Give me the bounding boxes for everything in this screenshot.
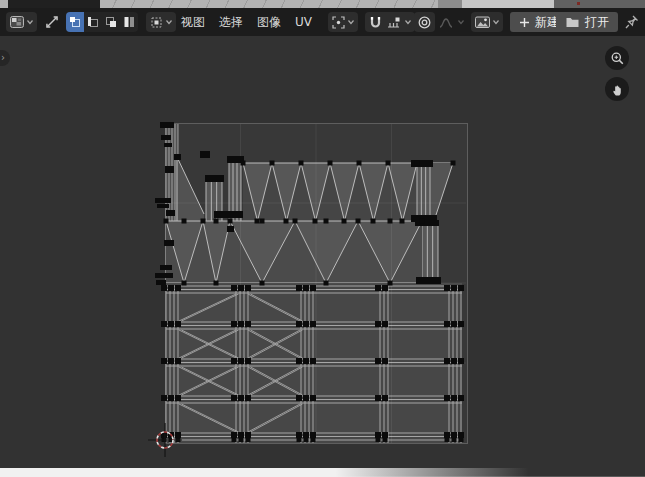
zoom-in-icon [610, 51, 625, 66]
uv-canvas[interactable]: › [0, 36, 645, 468]
snap-group [365, 12, 415, 32]
uv-sync-select-toggle[interactable] [43, 12, 61, 32]
chevron-down-icon [404, 19, 412, 25]
editor-type-button[interactable] [6, 12, 37, 32]
menu-uv[interactable]: UV [293, 12, 314, 32]
menu-image[interactable]: 图像 [255, 12, 283, 32]
proportional-edit-icon [417, 15, 432, 30]
pan-hand-icon [610, 82, 625, 97]
island-select-button[interactable] [120, 12, 138, 32]
snap-target-icon[interactable] [386, 15, 401, 30]
menu-select[interactable]: 选择 [217, 12, 245, 32]
uv-selection-mode-group [66, 12, 138, 32]
chevron-down-icon [26, 19, 34, 25]
open-image-button[interactable]: 打开 [556, 12, 618, 32]
vertex-select-button[interactable] [66, 12, 84, 32]
chevron-down-icon [347, 19, 355, 25]
viewport-right-patch [554, 0, 645, 8]
chevron-down-icon [165, 19, 173, 25]
uv-mesh-svg[interactable] [0, 36, 645, 468]
folder-icon [565, 16, 580, 29]
sticky-select-icon [149, 15, 164, 30]
proportional-edit-group [414, 12, 465, 32]
open-image-label: 打开 [585, 14, 609, 31]
viewport-grid-lines [98, 0, 438, 8]
menu-view[interactable]: 视图 [179, 12, 207, 32]
image-browse-dropdown[interactable] [471, 12, 503, 32]
viewport-origin-dot [577, 2, 580, 5]
falloff-curve-icon[interactable] [438, 15, 454, 30]
pivot-point-icon [331, 15, 346, 30]
pin-toggle[interactable] [624, 12, 639, 32]
blender-uv-editor-window: 视图 选择 图像 UV [0, 0, 645, 477]
uv-editor-type-icon [9, 14, 25, 30]
viewport-light-patch [462, 0, 554, 8]
face-select-icon [104, 15, 118, 29]
uv-sync-arrows-icon [43, 13, 61, 31]
pivot-point-dropdown[interactable] [328, 12, 358, 32]
image-icon [474, 14, 491, 30]
plus-icon [519, 17, 530, 28]
edge-select-icon [86, 15, 100, 29]
pan-gizmo[interactable] [605, 77, 629, 101]
proportional-edit-toggle[interactable] [414, 12, 435, 32]
uv-editor-header: 视图 选择 图像 UV [0, 8, 645, 36]
vertex-select-icon [68, 15, 82, 29]
bottom-white-strip [0, 468, 645, 477]
face-select-button[interactable] [102, 12, 120, 32]
zoom-gizmo[interactable] [605, 46, 629, 70]
sticky-select-dropdown[interactable] [146, 12, 176, 32]
viewport-dark-patch [8, 0, 100, 8]
viewport-above-sliver [0, 0, 645, 8]
snap-magnet-icon[interactable] [368, 15, 383, 30]
edge-select-button[interactable] [84, 12, 102, 32]
chevron-down-icon [492, 19, 500, 25]
viewport-patch [438, 0, 462, 8]
pin-icon [624, 14, 639, 30]
chevron-down-icon [457, 19, 465, 25]
island-select-icon [122, 15, 136, 29]
